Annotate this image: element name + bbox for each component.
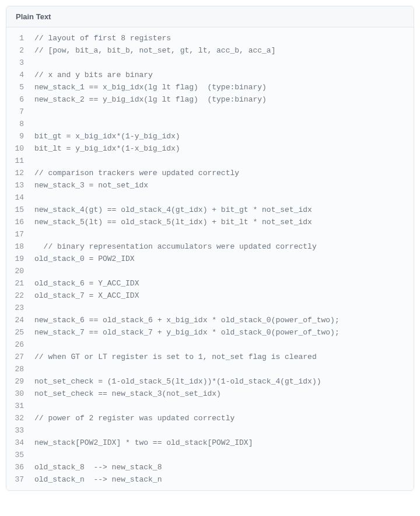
line-content	[32, 155, 34, 167]
line-number: 26	[6, 339, 32, 351]
code-line: 5new_stack_1 == x_big_idx(lg lt flag) (t…	[6, 81, 414, 93]
code-line: 25new_stack_7 == old_stack_7 + y_big_idx…	[6, 326, 414, 339]
line-content: // [pow, bit_a, bit_b, not_set, gt, lt, …	[32, 44, 275, 57]
code-line: 20	[6, 265, 414, 277]
code-line: 22old_stack_7 = X_ACC_IDX	[6, 290, 414, 302]
line-number: 28	[6, 363, 32, 375]
code-line: 9bit_gt = x_big_idx*(1-y_big_idx)	[6, 130, 414, 142]
line-content: // comparison trackers were updated corr…	[32, 167, 239, 179]
line-number: 6	[6, 93, 32, 106]
line-content: old_stack_0 = POW2_IDX	[32, 253, 135, 265]
line-number: 11	[6, 155, 32, 167]
line-content: new_stack_3 = not_set_idx	[32, 179, 148, 191]
line-number: 29	[6, 375, 32, 388]
code-line: 10bit_lt = y_big_idx*(1-x_big_idx)	[6, 142, 414, 155]
line-number: 2	[6, 44, 32, 57]
line-content: // binary representation accumulators we…	[32, 240, 317, 253]
code-line: 36old_stack_8 --> new_stack_8	[6, 461, 414, 473]
code-line: 11	[6, 155, 414, 167]
code-block-container: Plain Text 1// layout of first 8 registe…	[6, 6, 414, 491]
line-content: // layout of first 8 registers	[32, 32, 171, 44]
code-line: 4// x and y bits are binary	[6, 69, 414, 81]
code-line: 1// layout of first 8 registers	[6, 32, 414, 44]
line-number: 32	[6, 412, 32, 424]
line-number: 30	[6, 388, 32, 400]
line-content	[32, 191, 34, 204]
code-line: 30not_set_check == new_stack_3(not_set_i…	[6, 388, 414, 400]
line-content: // when GT or LT register is set to 1, n…	[32, 351, 317, 363]
line-number: 9	[6, 130, 32, 142]
code-line: 27// when GT or LT register is set to 1,…	[6, 351, 414, 363]
line-content: // x and y bits are binary	[32, 69, 153, 81]
line-content	[32, 302, 34, 314]
line-number: 25	[6, 326, 32, 339]
line-number: 15	[6, 204, 32, 216]
line-content	[32, 118, 34, 130]
line-content	[32, 400, 34, 412]
code-line: 2// [pow, bit_a, bit_b, not_set, gt, lt,…	[6, 44, 414, 57]
line-content: new_stack_5(lt) == old_stack_5(lt_idx) +…	[32, 216, 312, 228]
line-content	[32, 363, 34, 375]
code-line: 31	[6, 400, 414, 412]
code-line: 3	[6, 57, 414, 69]
line-number: 21	[6, 277, 32, 290]
code-line: 12// comparison trackers were updated co…	[6, 167, 414, 179]
code-block-header: Plain Text	[6, 6, 414, 27]
line-number: 17	[6, 228, 32, 240]
line-number: 24	[6, 314, 32, 326]
code-line: 14	[6, 191, 414, 204]
code-line: 6new_stack_2 == y_big_idx(lg lt flag) (t…	[6, 93, 414, 106]
line-number: 36	[6, 461, 32, 473]
line-content: // power of 2 register was updated corre…	[32, 412, 235, 424]
line-content: old_stack_7 = X_ACC_IDX	[32, 290, 139, 302]
code-line: 33	[6, 424, 414, 437]
code-line: 17	[6, 228, 414, 240]
line-number: 16	[6, 216, 32, 228]
line-number: 3	[6, 57, 32, 69]
code-line: 35	[6, 449, 414, 461]
line-number: 12	[6, 167, 32, 179]
line-number: 10	[6, 142, 32, 155]
line-content	[32, 424, 34, 437]
line-content: new_stack_4(gt) == old_stack_4(gt_idx) +…	[32, 204, 312, 216]
code-block-body: 1// layout of first 8 registers2// [pow,…	[6, 27, 414, 490]
line-number: 14	[6, 191, 32, 204]
line-number: 34	[6, 437, 32, 449]
line-number: 4	[6, 69, 32, 81]
line-content: new_stack_2 == y_big_idx(lg lt flag) (ty…	[32, 93, 267, 106]
code-line: 8	[6, 118, 414, 130]
line-content: not_set_check = (1-old_stack_5(lt_idx))*…	[32, 375, 321, 388]
line-content: new_stack_1 == x_big_idx(lg lt flag) (ty…	[32, 81, 267, 93]
line-content: old_stack_8 --> new_stack_8	[32, 461, 162, 473]
code-line: 15new_stack_4(gt) == old_stack_4(gt_idx)…	[6, 204, 414, 216]
code-line: 29not_set_check = (1-old_stack_5(lt_idx)…	[6, 375, 414, 388]
line-number: 8	[6, 118, 32, 130]
code-line: 19old_stack_0 = POW2_IDX	[6, 253, 414, 265]
code-line: 7	[6, 106, 414, 118]
code-line: 23	[6, 302, 414, 314]
line-content: bit_lt = y_big_idx*(1-x_big_idx)	[32, 142, 180, 155]
code-line: 13new_stack_3 = not_set_idx	[6, 179, 414, 191]
line-content: old_stack_6 = Y_ACC_IDX	[32, 277, 139, 290]
line-number: 7	[6, 106, 32, 118]
line-content	[32, 339, 34, 351]
line-content: new_stack_6 == old_stack_6 + x_big_idx *…	[32, 314, 340, 326]
line-number: 23	[6, 302, 32, 314]
line-number: 19	[6, 253, 32, 265]
line-content	[32, 57, 34, 69]
line-number: 31	[6, 400, 32, 412]
line-content	[32, 106, 34, 118]
code-line: 16new_stack_5(lt) == old_stack_5(lt_idx)…	[6, 216, 414, 228]
code-line: 21old_stack_6 = Y_ACC_IDX	[6, 277, 414, 290]
line-number: 5	[6, 81, 32, 93]
line-number: 35	[6, 449, 32, 461]
code-line: 24new_stack_6 == old_stack_6 + x_big_idx…	[6, 314, 414, 326]
code-line: 26	[6, 339, 414, 351]
line-number: 22	[6, 290, 32, 302]
line-content: new_stack[POW2_IDX] * two == old_stack[P…	[32, 437, 253, 449]
line-number: 1	[6, 32, 32, 44]
line-content: not_set_check == new_stack_3(not_set_idx…	[32, 388, 221, 400]
line-content	[32, 228, 34, 240]
line-content: new_stack_7 == old_stack_7 + y_big_idx *…	[32, 326, 340, 339]
line-content	[32, 449, 34, 461]
